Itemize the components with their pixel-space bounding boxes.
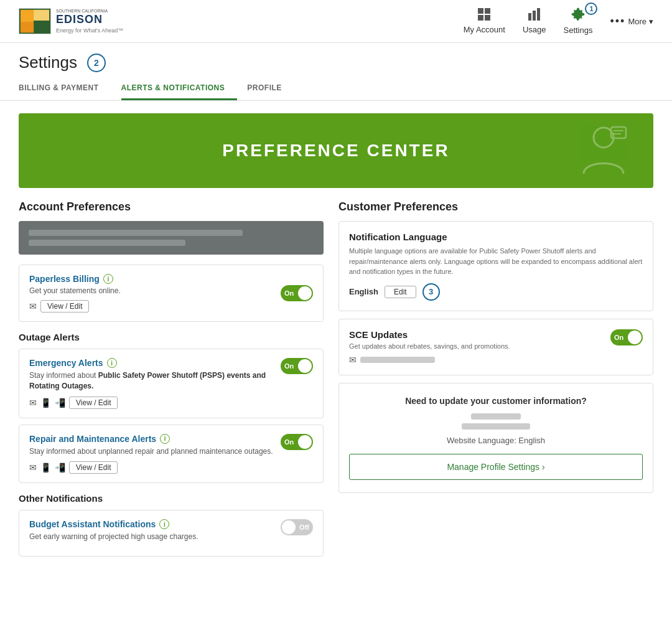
notification-language-card: Notification Language Multiple language … <box>338 221 653 311</box>
account-preferences-title: Account Preferences <box>19 200 324 214</box>
paperless-billing-card: Paperless Billing i Get your statements … <box>19 265 324 322</box>
svg-rect-9 <box>528 13 531 21</box>
email-icon: ✉ <box>29 301 37 311</box>
customer-email-blurred <box>462 423 530 430</box>
chevron-down-icon: ▾ <box>649 17 653 26</box>
svg-rect-8 <box>485 15 490 21</box>
header: SOUTHERN CALIFORNIA EDISON Energy for Wh… <box>0 0 672 43</box>
page-header: Settings 2 <box>0 43 672 72</box>
paperless-toggle[interactable]: On <box>281 285 313 301</box>
account-bar <box>19 221 324 255</box>
paperless-billing-title: Paperless Billing <box>29 274 100 284</box>
paperless-billing-desc: Get your statements online. <box>29 286 121 295</box>
customer-name-blurred <box>471 413 521 420</box>
sce-toggle[interactable]: On <box>610 329 643 345</box>
blurred-account-line2 <box>29 240 185 246</box>
emergency-toggle[interactable]: On <box>281 358 313 374</box>
settings-label: Settings <box>563 26 592 35</box>
repair-maintenance-desc: Stay informed about unplanned repair and… <box>29 446 281 457</box>
repair-view-edit-btn[interactable]: View / Edit <box>69 461 118 474</box>
tabs-bar: BILLING & PAYMENT ALERTS & NOTIFICATIONS… <box>0 77 672 101</box>
svg-rect-11 <box>537 8 540 21</box>
paperless-view-edit-btn[interactable]: View / Edit <box>40 300 89 312</box>
settings-badge: 1 <box>585 2 597 15</box>
svg-rect-5 <box>478 8 483 14</box>
nav-usage[interactable]: Usage <box>523 8 546 34</box>
sce-updates-title: SCE Updates <box>349 329 610 340</box>
nav-settings[interactable]: 1 Settings <box>563 7 592 35</box>
emergency-info-icon: i <box>107 358 117 368</box>
blurred-account-line1 <box>29 230 243 236</box>
website-language: Website Language: English <box>349 436 643 445</box>
notification-lang-title: Notification Language <box>349 232 643 242</box>
my-account-label: My Account <box>464 25 505 34</box>
notification-lang-edit-btn[interactable]: Edit <box>385 286 416 298</box>
svg-marker-3 <box>34 10 49 21</box>
sce-toggle-track[interactable]: On <box>610 329 643 345</box>
repair-toggle-thumb <box>298 435 312 449</box>
repair-maintenance-title: Repair and Maintenance Alerts <box>29 434 156 444</box>
email-icon-3: ✉ <box>29 463 37 472</box>
phone-icon-2: 📱 <box>40 463 51 472</box>
bar-chart-icon <box>528 8 541 24</box>
notification-lang-desc: Multiple language options are available … <box>349 246 643 277</box>
hero-title: PREFERENCE CENTER <box>222 141 449 161</box>
phone-icon: 📱 <box>40 398 51 408</box>
left-column: Account Preferences Paperless Billing i … <box>19 200 324 563</box>
emergency-alerts-desc: Stay informed about Public Safety Power … <box>29 370 281 392</box>
tab-profile[interactable]: PROFILE <box>247 77 294 100</box>
emergency-toggle-label: On <box>284 362 294 370</box>
svg-rect-4 <box>21 22 34 32</box>
email-icon-2: ✉ <box>29 398 37 408</box>
logo-icon <box>19 8 51 34</box>
budget-toggle[interactable]: Off <box>281 519 313 535</box>
paperless-toggle-label: On <box>284 289 294 297</box>
logo-title: EDISON <box>56 13 123 26</box>
emergency-view-edit-btn[interactable]: View / Edit <box>69 397 118 409</box>
other-notifications-title: Other Notifications <box>19 493 324 504</box>
customer-info-card: Need to update your customer information… <box>338 383 653 493</box>
sce-updates-desc: Get updates about rebates, savings, and … <box>349 342 610 350</box>
update-card-title: Need to update your customer information… <box>349 396 643 406</box>
repair-toggle[interactable]: On <box>281 434 313 450</box>
main-content: Account Preferences Paperless Billing i … <box>0 200 672 581</box>
mobile-icon: 📲 <box>55 398 65 408</box>
paperless-toggle-thumb <box>298 286 312 300</box>
svg-rect-7 <box>478 15 483 21</box>
step-badge-3: 3 <box>422 283 440 301</box>
notification-lang-value: English <box>349 287 378 296</box>
usage-label: Usage <box>523 25 546 34</box>
budget-assistant-card: Budget Assistant Notifications i Get ear… <box>19 510 324 557</box>
svg-rect-10 <box>533 11 536 21</box>
right-column: Customer Preferences Notification Langua… <box>338 200 653 563</box>
budget-assistant-title: Budget Assistant Notifications <box>29 519 156 529</box>
emergency-toggle-thumb <box>298 359 312 373</box>
budget-toggle-thumb <box>282 520 296 534</box>
repair-toggle-track[interactable]: On <box>281 434 313 450</box>
paperless-toggle-track[interactable]: On <box>281 285 313 301</box>
emergency-toggle-track[interactable]: On <box>281 358 313 374</box>
mobile-icon-2: 📲 <box>55 463 65 472</box>
repair-maintenance-card: Repair and Maintenance Alerts i Stay inf… <box>19 425 324 484</box>
repair-info-icon: i <box>160 434 170 444</box>
tab-alerts[interactable]: ALERTS & NOTIFICATIONS <box>121 77 238 100</box>
manage-profile-settings-btn[interactable]: Manage Profile Settings › <box>349 454 643 480</box>
person-icon <box>579 124 628 182</box>
hero-banner: PREFERENCE CENTER <box>19 113 653 188</box>
budget-assistant-desc: Get early warning of projected high usag… <box>29 532 281 542</box>
nav-more[interactable]: ••• More ▾ <box>610 15 653 28</box>
customer-preferences-title: Customer Preferences <box>338 200 653 214</box>
budget-toggle-track[interactable]: Off <box>281 519 313 535</box>
logo-subtitle: SOUTHERN CALIFORNIA <box>56 9 123 13</box>
svg-rect-6 <box>485 8 490 14</box>
more-label: More <box>628 17 646 26</box>
tab-billing[interactable]: BILLING & PAYMENT <box>19 77 111 100</box>
page-title: Settings <box>19 53 77 72</box>
step-badge-2: 2 <box>87 54 106 72</box>
sce-email-icon: ✉ <box>349 355 357 365</box>
nav-my-account[interactable]: My Account <box>464 8 505 34</box>
budget-info-icon: i <box>159 519 169 529</box>
emergency-alerts-title: Emergency Alerts <box>29 358 103 368</box>
gear-icon <box>571 7 585 24</box>
logo-tagline: Energy for What's Ahead™ <box>56 27 123 34</box>
